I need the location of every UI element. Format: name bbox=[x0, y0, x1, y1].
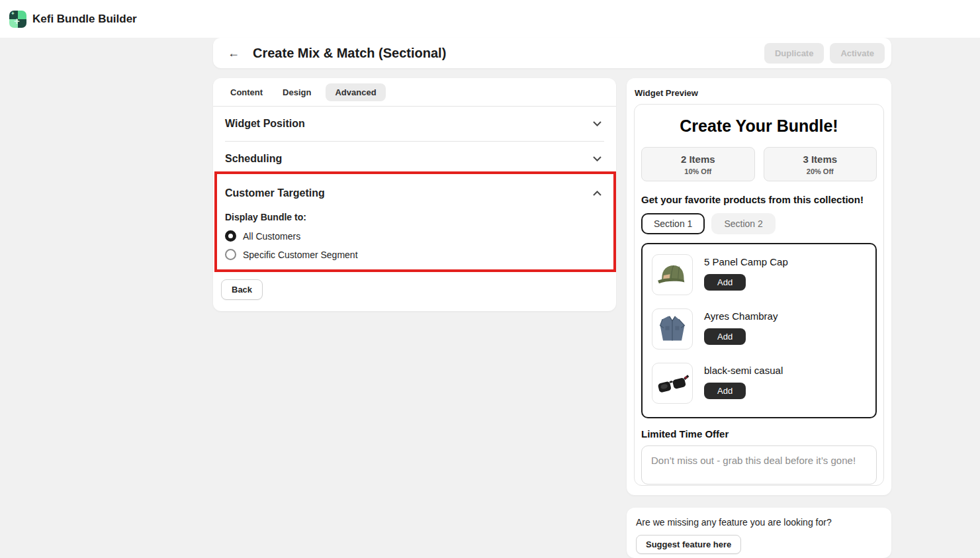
tier-2-items[interactable]: 2 Items 10% Off bbox=[641, 147, 755, 181]
radio-selected-icon[interactable] bbox=[225, 230, 236, 242]
product-row: black-semi casual Add bbox=[652, 363, 866, 404]
product-row: Ayres Chambray Add bbox=[652, 308, 866, 349]
page-header: ← Create Mix & Match (Sectional) Duplica… bbox=[213, 38, 891, 68]
product-name: 5 Panel Camp Cap bbox=[704, 256, 788, 267]
duplicate-button[interactable]: Duplicate bbox=[764, 43, 824, 64]
product-row: 5 Panel Camp Cap Add bbox=[652, 254, 866, 295]
accordion-title: Widget Position bbox=[225, 118, 305, 130]
chambray-shirt-image bbox=[652, 308, 693, 349]
tab-advanced[interactable]: Advanced bbox=[326, 83, 385, 101]
tier-discount-label: 20% Off bbox=[764, 167, 877, 175]
plus-icon: + bbox=[14, 16, 20, 26]
suggest-feature-button[interactable]: Suggest feature here bbox=[636, 535, 741, 554]
product-name: Ayres Chambray bbox=[704, 310, 778, 322]
bundle-title: Create Your Bundle! bbox=[641, 116, 877, 136]
tier-3-items[interactable]: 3 Items 20% Off bbox=[764, 147, 877, 181]
collection-prompt: Get your favorite products from this col… bbox=[641, 194, 877, 205]
radio-all-customers[interactable]: All Customers bbox=[225, 230, 604, 242]
top-bar: ✦ + Kefi Bundle Builder bbox=[0, 0, 980, 38]
editor-card: Content Design Advanced Widget Position … bbox=[213, 78, 616, 311]
accordion-widget-position[interactable]: Widget Position bbox=[213, 107, 616, 141]
widget-preview-panel: Widget Preview Create Your Bundle! 2 Ite… bbox=[627, 78, 891, 495]
radio-unselected-icon[interactable] bbox=[225, 249, 236, 260]
radio-label: Specific Customer Segment bbox=[243, 250, 358, 260]
accordion-title: Scheduling bbox=[225, 153, 282, 165]
limited-time-offer-label: Limited Time Offer bbox=[641, 428, 877, 440]
offer-text-box: Don’t miss out - grab this deal before i… bbox=[641, 445, 877, 485]
product-info: 5 Panel Camp Cap Add bbox=[704, 254, 788, 295]
add-button[interactable]: Add bbox=[704, 383, 746, 399]
tier-discount-label: 10% Off bbox=[642, 167, 754, 175]
section-2-tab[interactable]: Section 2 bbox=[711, 213, 775, 234]
accordion-customer-targeting[interactable]: Customer Targeting bbox=[213, 176, 616, 210]
accordion-title: Customer Targeting bbox=[225, 187, 325, 199]
sunglasses-image bbox=[652, 363, 693, 404]
section-1-tab[interactable]: Section 1 bbox=[641, 213, 705, 234]
tier-items-label: 2 Items bbox=[642, 154, 754, 165]
feedback-question: Are we missing any feature you are looki… bbox=[636, 517, 882, 528]
radio-specific-segment[interactable]: Specific Customer Segment bbox=[225, 249, 604, 260]
bundle-tiers: 2 Items 10% Off 3 Items 20% Off bbox=[641, 147, 877, 181]
feature-feedback-card: Are we missing any feature you are looki… bbox=[627, 508, 891, 558]
tab-content[interactable]: Content bbox=[225, 83, 268, 101]
tab-design[interactable]: Design bbox=[277, 83, 316, 101]
widget-preview-label: Widget Preview bbox=[627, 78, 891, 104]
bundle-widget-preview: Create Your Bundle! 2 Items 10% Off 3 It… bbox=[634, 104, 884, 486]
camp-cap-image bbox=[652, 254, 693, 295]
editor-tabs: Content Design Advanced bbox=[213, 78, 616, 107]
product-info: Ayres Chambray Add bbox=[704, 308, 778, 349]
chevron-down-icon bbox=[593, 156, 601, 162]
back-button[interactable]: Back bbox=[221, 279, 263, 300]
display-bundle-label: Display Bundle to: bbox=[225, 212, 604, 222]
page-title: Create Mix & Match (Sectional) bbox=[253, 46, 446, 61]
product-info: black-semi casual Add bbox=[704, 363, 783, 404]
app-title: Kefi Bundle Builder bbox=[32, 13, 137, 26]
back-arrow-icon[interactable]: ← bbox=[228, 47, 240, 59]
app-logo-icon: ✦ + bbox=[9, 11, 26, 28]
chevron-down-icon bbox=[593, 121, 601, 126]
section-tabs: Section 1 Section 2 bbox=[641, 213, 877, 234]
activate-button[interactable]: Activate bbox=[830, 43, 885, 64]
chevron-up-icon bbox=[593, 191, 601, 196]
customer-targeting-body: Display Bundle to: All Customers Specifi… bbox=[213, 210, 616, 260]
add-button[interactable]: Add bbox=[704, 274, 746, 291]
accordion-scheduling[interactable]: Scheduling bbox=[213, 142, 616, 176]
radio-label: All Customers bbox=[243, 231, 300, 242]
product-list: 5 Panel Camp Cap Add bbox=[641, 243, 877, 418]
add-button[interactable]: Add bbox=[704, 328, 746, 345]
product-name: black-semi casual bbox=[704, 365, 783, 376]
tier-items-label: 3 Items bbox=[764, 154, 877, 165]
header-actions: Duplicate Activate bbox=[764, 43, 885, 64]
